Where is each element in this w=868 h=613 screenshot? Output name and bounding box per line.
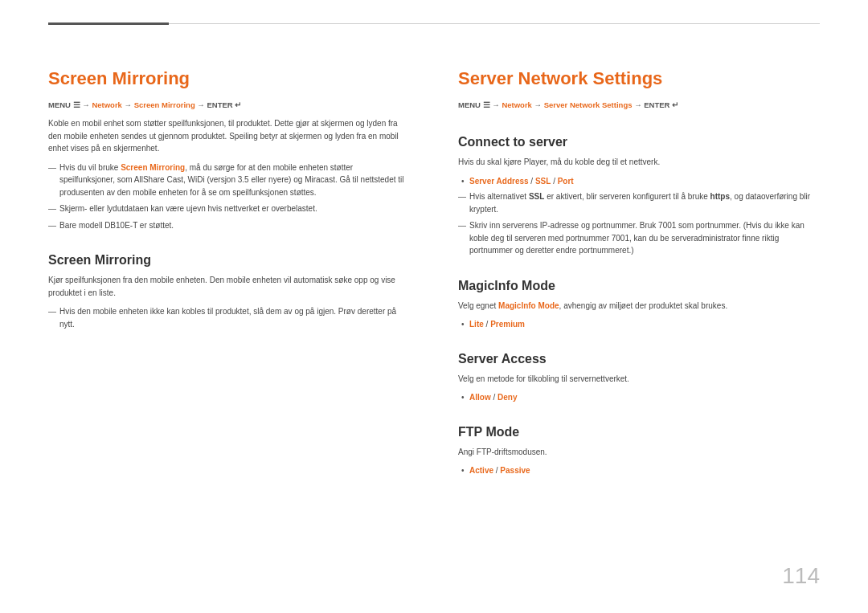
server-access-title: Server Access — [458, 352, 820, 366]
dash-item-1: Hvis du vil bruke Screen Mirroring, må d… — [48, 161, 410, 199]
dash-item-2: Skjerm- eller lydutdataen kan være ujevn… — [48, 202, 410, 215]
screen-mirroring-subtitle: Screen Mirroring — [48, 253, 410, 268]
menu-network: Network — [92, 100, 121, 109]
menu-text: MENU — [48, 100, 71, 109]
screen-mirroring-bold: Screen Mirroring — [121, 163, 185, 172]
connect-dash-1: Hvis alternativet SSL er aktivert, blir … — [458, 190, 820, 215]
left-menu-path: MENU ☰ → Network → Screen Mirroring → EN… — [48, 100, 410, 109]
ftp-bullet: Active / Passive — [458, 464, 820, 477]
connect-bullet: Server Address / SSL / Port — [458, 175, 820, 188]
ftp-mode-title: FTP Mode — [458, 425, 820, 439]
subsection-dash: Hvis den mobile enheten ikke kan kobles … — [48, 305, 410, 330]
thick-line — [48, 22, 169, 25]
connect-dash-2: Skriv inn serverens IP-adresse og portnu… — [458, 219, 820, 257]
server-network-title: Server Network Settings — [458, 68, 820, 89]
intro-text: Koble en mobil enhet som støtter speilfu… — [48, 117, 410, 155]
ftp-body: Angi FTP-driftsmodusen. — [458, 446, 820, 459]
magicinfo-title: MagicInfo Mode — [458, 279, 820, 293]
screen-mirroring-title: Screen Mirroring — [48, 68, 410, 89]
magicinfo-body: Velg egnet MagicInfo Mode, avhengig av m… — [458, 300, 820, 313]
menu-screen-mirroring: Screen Mirroring — [134, 100, 195, 109]
dash-item-3: Bare modell DB10E-T er støttet. — [48, 219, 410, 232]
subsection-body: Kjør speilfunksjonen fra den mobile enhe… — [48, 274, 410, 299]
page-number: 114 — [782, 563, 820, 589]
magicinfo-bullet: Lite / Premium — [458, 318, 820, 331]
server-access-bullet: Allow / Deny — [458, 391, 820, 404]
connect-body: Hvis du skal kjøre Player, må du koble d… — [458, 156, 820, 169]
menu-enter: ENTER ↵ — [207, 100, 241, 109]
right-menu-path: MENU ☰ → Network → Server Network Settin… — [458, 100, 820, 109]
right-column: Server Network Settings MENU ☰ → Network… — [458, 32, 820, 581]
menu-icon: ☰ — [73, 100, 80, 109]
left-column: Screen Mirroring MENU ☰ → Network → Scre… — [48, 32, 410, 581]
thin-line — [169, 23, 820, 24]
server-access-body: Velg en metode for tilkobling til server… — [458, 373, 820, 386]
top-lines — [48, 22, 820, 25]
connect-to-server-title: Connect to server — [458, 135, 820, 149]
